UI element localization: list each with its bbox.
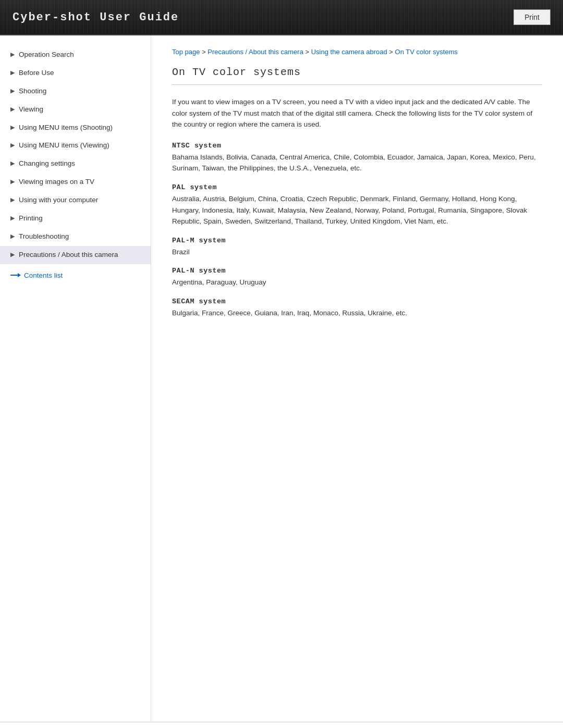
sidebar-item-8[interactable]: ▶Using with your computer: [0, 191, 151, 209]
sidebar-item-0[interactable]: ▶Operation Search: [0, 46, 151, 64]
header: Cyber-shot User Guide Print: [0, 0, 563, 35]
sidebar-item-label-0: Operation Search: [19, 50, 142, 60]
contents-list-label: Contents list: [24, 272, 63, 279]
contents-list-link[interactable]: Contents list: [0, 266, 151, 285]
sidebar-arrow-icon: ▶: [10, 69, 15, 76]
system-section-3: PAL-N systemArgentina, Paraguay, Uruguay: [172, 267, 542, 288]
system-countries-2: Brazil: [172, 246, 542, 258]
breadcrumb-using-abroad[interactable]: Using the camera abroad: [311, 48, 387, 56]
sidebar-item-label-1: Before Use: [19, 68, 142, 78]
sidebar-item-label-2: Shooting: [19, 87, 142, 96]
sidebar-item-2[interactable]: ▶Shooting: [0, 82, 151, 101]
system-name-2: PAL-M system: [172, 237, 542, 244]
sidebar-arrow-icon: ▶: [10, 106, 15, 113]
arrow-right-icon: [10, 273, 21, 278]
sidebar-item-label-5: Using MENU items (Viewing): [19, 141, 142, 151]
sidebar-item-3[interactable]: ▶Viewing: [0, 101, 151, 119]
sidebar-arrow-icon: ▶: [10, 215, 15, 221]
sidebar-item-label-10: Troubleshooting: [19, 232, 142, 242]
sidebar: ▶Operation Search▶Before Use▶Shooting▶Vi…: [0, 35, 151, 722]
sidebar-item-label-11: Precautions / About this camera: [19, 250, 142, 260]
sidebar-item-1[interactable]: ▶Before Use: [0, 64, 151, 82]
sidebar-item-label-3: Viewing: [19, 105, 142, 115]
breadcrumb-precautions[interactable]: Precautions / About this camera: [207, 48, 303, 56]
system-countries-3: Argentina, Paraguay, Uruguay: [172, 277, 542, 288]
system-countries-1: Australia, Austria, Belgium, China, Croa…: [172, 193, 542, 227]
sidebar-item-label-9: Printing: [19, 214, 142, 224]
sidebar-arrow-icon: ▶: [10, 124, 15, 131]
sidebar-arrow-icon: ▶: [10, 142, 15, 149]
print-button[interactable]: Print: [513, 9, 550, 25]
sidebar-item-6[interactable]: ▶Changing settings: [0, 155, 151, 173]
system-countries-0: Bahama Islands, Bolivia, Canada, Central…: [172, 152, 542, 174]
sidebar-arrow-icon: ▶: [10, 51, 15, 58]
content-area: Top page > Precautions / About this came…: [151, 35, 563, 722]
system-section-4: SECAM systemBulgaria, France, Greece, Gu…: [172, 298, 542, 319]
sidebar-item-10[interactable]: ▶Troubleshooting: [0, 228, 151, 246]
sidebar-arrow-icon: ▶: [10, 160, 15, 167]
breadcrumb-top[interactable]: Top page: [172, 48, 200, 56]
footer-bar: Back to top: [0, 722, 563, 728]
system-section-0: NTSC systemBahama Islands, Bolivia, Cana…: [172, 142, 542, 174]
sidebar-item-label-6: Changing settings: [19, 159, 142, 169]
sidebar-item-label-8: Using with your computer: [19, 195, 142, 205]
system-name-4: SECAM system: [172, 298, 542, 305]
system-section-2: PAL-M systemBrazil: [172, 237, 542, 258]
breadcrumb: Top page > Precautions / About this came…: [172, 48, 542, 56]
sidebar-arrow-icon: ▶: [10, 233, 15, 240]
system-name-0: NTSC system: [172, 142, 542, 150]
sidebar-item-7[interactable]: ▶Viewing images on a TV: [0, 173, 151, 191]
sidebar-item-label-7: Viewing images on a TV: [19, 177, 142, 187]
system-countries-4: Bulgaria, France, Greece, Guiana, Iran, …: [172, 307, 542, 319]
sidebar-arrow-icon: ▶: [10, 251, 15, 258]
sidebar-item-5[interactable]: ▶Using MENU items (Viewing): [0, 137, 151, 155]
app-title: Cyber-shot User Guide: [13, 11, 179, 24]
sidebar-arrow-icon: ▶: [10, 196, 15, 203]
system-name-1: PAL system: [172, 183, 542, 191]
sidebar-item-11[interactable]: ▶Precautions / About this camera: [0, 246, 151, 264]
breadcrumb-current[interactable]: On TV color systems: [395, 48, 458, 56]
system-name-3: PAL-N system: [172, 267, 542, 275]
main-layout: ▶Operation Search▶Before Use▶Shooting▶Vi…: [0, 35, 563, 722]
sidebar-arrow-icon: ▶: [10, 178, 15, 185]
system-section-1: PAL systemAustralia, Austria, Belgium, C…: [172, 183, 542, 227]
page-title: On TV color systems: [172, 66, 542, 85]
intro-text: If you want to view images on a TV scree…: [172, 96, 542, 130]
sidebar-arrow-icon: ▶: [10, 88, 15, 94]
sidebar-item-label-4: Using MENU items (Shooting): [19, 123, 142, 133]
sidebar-item-4[interactable]: ▶Using MENU items (Shooting): [0, 119, 151, 137]
systems-container: NTSC systemBahama Islands, Bolivia, Cana…: [172, 142, 542, 319]
sidebar-item-9[interactable]: ▶Printing: [0, 209, 151, 228]
